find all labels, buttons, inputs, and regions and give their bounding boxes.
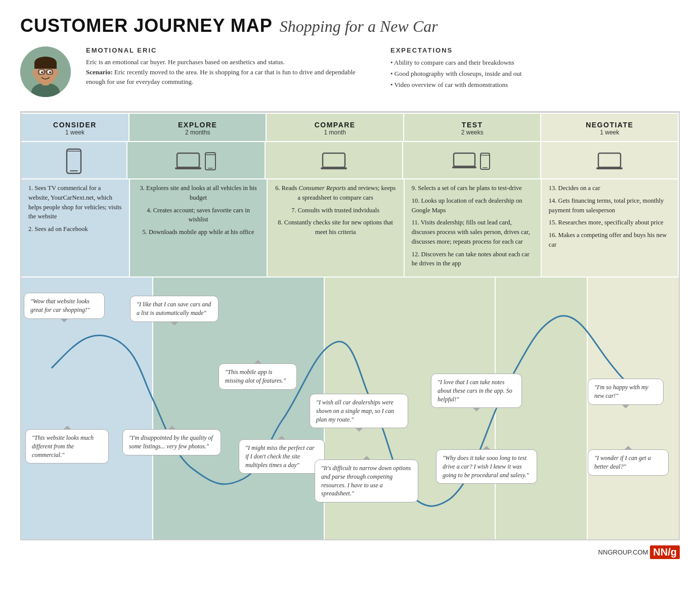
bubble-explore-negative1: "This mobile app is missing alot of feat… (218, 363, 297, 390)
action-item: 16. Makes a competing offer and buys his… (549, 230, 671, 250)
icon-cell-test (403, 142, 541, 178)
expectations-section: EXPECTATIONS Ability to compare cars and… (390, 47, 680, 90)
action-item: 6. Reads Consumer Reports and reviews; k… (275, 183, 397, 203)
svg-point-7 (55, 70, 59, 76)
svg-rect-27 (480, 153, 490, 169)
action-item: 5. Downloads mobile app while at his off… (137, 227, 259, 237)
phase-header-consider: CONSIDER 1 week (21, 114, 129, 141)
action-item: 2. Sees ad on Facebook (28, 224, 122, 234)
svg-point-11 (49, 71, 51, 73)
action-item: 15. Researches more, specifically about … (549, 218, 671, 227)
journey-map: CONSIDER 1 week EXPLORE 2 months COMPARE… (20, 112, 680, 540)
bubble-consider-negative: "This website looks much different from … (25, 429, 109, 464)
icon-cell-negotiate (541, 142, 679, 178)
expectations-title: EXPECTATIONS (390, 47, 680, 54)
mobile-icon-small (204, 152, 216, 170)
persona-description: Eric is an emotional car buyer. He purch… (86, 57, 375, 87)
action-item: 4. Creates account; saves favorite cars … (137, 206, 259, 225)
phase-headers-row: CONSIDER 1 week EXPLORE 2 months COMPARE… (21, 113, 679, 141)
bubble-test-negative: "Why does it take sooo long to test driv… (436, 449, 537, 484)
action-item: 9. Selects a set of cars he plans to tes… (412, 183, 534, 193)
persona-info: EMOTIONAL ERIC Eric is an emotional car … (86, 47, 375, 87)
expectations-list: Ability to compare cars and their breakd… (390, 57, 680, 90)
svg-rect-21 (208, 168, 213, 169)
svg-rect-25 (454, 153, 475, 166)
icon-cell-compare (266, 142, 403, 178)
svg-point-10 (41, 71, 43, 73)
actions-consider: 1. Sees TV commerical for a website, You… (21, 179, 130, 276)
icon-row (21, 141, 679, 178)
page-container: CUSTOMER JOURNEY MAP Shopping for a New … (20, 15, 680, 559)
bubble-explore-negative2: "I'm disappointed by the quality of some… (122, 429, 221, 455)
mobile-icon-2 (479, 153, 491, 170)
bubble-negotiate-negative: "I wonder if I can get a better deal?" (588, 449, 669, 476)
action-item: 11. Visits dealership; fills out lead ca… (412, 218, 534, 246)
action-item: 14. Gets financing terms, total price, m… (549, 196, 671, 215)
nn-logo: NN/g (650, 545, 680, 559)
actions-explore: 3. Explores site and looks at all vehicl… (130, 179, 267, 276)
persona-section: EMOTIONAL ERIC Eric is an emotional car … (20, 47, 680, 97)
svg-point-6 (32, 70, 36, 76)
phase-header-test: TEST 2 weeks (404, 114, 542, 141)
svg-rect-19 (175, 167, 201, 169)
expectation-item: Good photography with closeups, inside a… (390, 68, 680, 79)
bubble-compare-negative2: "It's difficult to narrow down options a… (315, 459, 418, 502)
svg-rect-23 (323, 153, 345, 167)
actions-row: 1. Sees TV commerical for a website, You… (21, 178, 679, 276)
svg-rect-31 (596, 167, 623, 169)
title-italic: Shopping for a New Car (280, 17, 438, 36)
phase-header-explore: EXPLORE 2 months (129, 114, 267, 141)
bubble-negotiate-positive: "I'm so happy with my new car!" (588, 379, 664, 405)
bubble-compare-positive: "I wish all car dealerships were shown o… (310, 394, 408, 428)
action-item: 7. Consults with trusted indviduals (275, 206, 397, 215)
svg-rect-15 (67, 149, 81, 173)
svg-rect-18 (177, 153, 199, 167)
emotion-section: "Wow that website looks great for car sh… (21, 276, 679, 539)
laptop-icon (175, 151, 201, 171)
icon-cell-consider (21, 142, 127, 178)
footer: NNGROUP.COM NN/g (20, 545, 680, 559)
action-item: 10. Looks up location of each dealership… (412, 196, 534, 215)
svg-rect-20 (205, 153, 215, 170)
svg-rect-5 (34, 63, 57, 69)
svg-rect-26 (452, 166, 476, 168)
laptop-icon-4 (596, 151, 623, 171)
avatar (20, 47, 71, 97)
action-item: 3. Explores site and looks at all vehicl… (137, 183, 259, 203)
title-row: CUSTOMER JOURNEY MAP Shopping for a New … (20, 15, 680, 36)
bubble-explore-positive: "I like that I can save cars and a list … (130, 296, 218, 322)
phase-header-negotiate: NEGOTIATE 1 week (541, 114, 679, 141)
action-item: 8. Constantly checks site for new option… (275, 218, 397, 237)
persona-name: EMOTIONAL ERIC (86, 47, 375, 54)
expectation-item: Video overview of car with demonstration… (390, 79, 680, 90)
svg-rect-24 (321, 167, 347, 169)
action-item: 12. Discovers he can take notes about ea… (412, 250, 534, 269)
icon-cell-explore (127, 142, 265, 178)
laptop-icon-2 (321, 151, 347, 171)
actions-test: 9. Selects a set of cars he plans to tes… (405, 179, 542, 276)
expectation-item: Ability to compare cars and their breakd… (390, 57, 680, 68)
laptop-icon-3 (452, 152, 476, 171)
actions-compare: 6. Reads Consumer Reports and reviews; k… (268, 179, 405, 276)
action-item: 13. Decides on a car (549, 183, 671, 193)
svg-rect-16 (70, 170, 78, 171)
phase-header-compare: COMPARE 1 month (267, 114, 404, 141)
footer-url: NNGROUP.COM (598, 548, 648, 556)
actions-negotiate: 13. Decides on a car 14. Gets financing … (542, 179, 679, 276)
bubble-test-positive: "I love that I can take notes about thes… (431, 374, 522, 408)
mobile-icon (65, 148, 83, 174)
svg-rect-30 (598, 153, 621, 167)
bubble-compare-negative1: "I might miss the perfect car if I don't… (239, 439, 325, 474)
action-item: 1. Sees TV commerical for a website, You… (28, 183, 122, 221)
title-bold: CUSTOMER JOURNEY MAP (20, 15, 273, 36)
bubble-consider-positive: "Wow that website looks great for car sh… (24, 293, 105, 319)
svg-rect-28 (483, 167, 488, 168)
